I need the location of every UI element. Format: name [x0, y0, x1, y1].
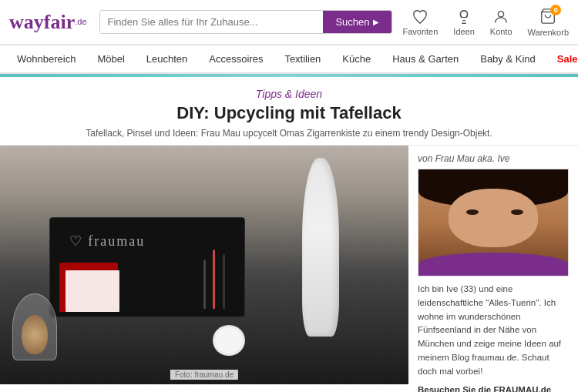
favorites-icon-item[interactable]: Favoriten — [402, 8, 438, 36]
search-bar: Suchen ▶ — [99, 10, 392, 34]
search-button[interactable]: Suchen ▶ — [323, 11, 391, 33]
toolbox-decoration: ♡ fraumau — [49, 217, 245, 317]
nav-item-kueche[interactable]: Küche — [331, 45, 381, 72]
search-input[interactable] — [100, 11, 324, 33]
cart-icon-item[interactable]: 0 Warenkorb — [528, 8, 569, 37]
nav-item-moebel[interactable]: Möbel — [86, 45, 135, 72]
article-subtitle: Tafellack, Pinsel und Ideen: Frau Mau up… — [15, 128, 563, 139]
article-header: Tipps & Ideen DIY: Upcycling mit Tafella… — [0, 77, 578, 146]
favorites-label: Favoriten — [402, 27, 438, 36]
author-photo — [418, 169, 569, 276]
svg-point-1 — [499, 11, 504, 16]
main-nav: Wohnbereich Möbel Leuchten Accessoires T… — [0, 45, 578, 74]
article-image-wrap: ♡ fraumau Foto: fraumau.de — [0, 146, 408, 384]
lightbulb-icon — [455, 8, 472, 25]
cart-count-badge: 0 — [550, 5, 561, 15]
ideas-icon-item[interactable]: Ideen — [453, 8, 475, 36]
nav-item-textilien[interactable]: Textilien — [274, 45, 331, 72]
search-arrow-icon: ▶ — [373, 18, 379, 26]
article-image: ♡ fraumau — [0, 146, 408, 384]
article-title: DIY: Upcycling mit Tafellack — [15, 103, 563, 123]
nav-item-haus-garten[interactable]: Haus & Garten — [381, 45, 469, 72]
white-item — [66, 270, 120, 312]
pen1 — [223, 254, 225, 309]
account-icon-item[interactable]: Konto — [490, 8, 512, 36]
logo[interactable]: wayfair.de — [9, 11, 87, 34]
author-label: von Frau Mau aka. Ive — [418, 153, 569, 164]
author-website-link[interactable]: Besuchen Sie die FRAUMAU.de Webseite » — [418, 385, 569, 392]
nav-item-baby-kind[interactable]: Baby & Kind — [469, 45, 546, 72]
pen2 — [213, 250, 215, 309]
vase-decoration — [302, 158, 339, 337]
nav-item-sale[interactable]: Sale — [546, 45, 578, 72]
user-icon — [492, 8, 509, 25]
heart-icon — [412, 8, 428, 25]
main-area: ♡ fraumau Foto: fraumau.de — [0, 146, 408, 392]
konto-label: Konto — [490, 27, 512, 36]
author-bio: Ich bin Ive (33) und eine leidenschaftli… — [418, 283, 569, 379]
nav-item-accessoires[interactable]: Accessoires — [198, 45, 274, 72]
chalk-text: ♡ fraumau — [69, 233, 145, 250]
warenkorb-label: Warenkorb — [528, 28, 569, 37]
content-wrapper: ♡ fraumau Foto: fraumau.de — [0, 146, 578, 392]
nav-item-leuchten[interactable]: Leuchten — [136, 45, 199, 72]
sidebar: von Frau Mau aka. Ive Ich — [408, 146, 578, 392]
nav-wrapper: Wohnbereich Möbel Leuchten Accessoires T… — [0, 45, 578, 74]
header: wayfair.de Suchen ▶ Favoriten Ideen Kont… — [0, 0, 578, 45]
nav-item-wohnbereich[interactable]: Wohnbereich — [6, 45, 86, 72]
bear-decoration — [22, 315, 48, 354]
pen3 — [203, 260, 206, 309]
pumpkin-decoration — [213, 325, 245, 356]
ideas-label: Ideen — [453, 27, 475, 36]
dome-decoration — [12, 293, 57, 360]
header-icons: Favoriten Ideen Konto 0 Warenkorb — [402, 8, 569, 37]
photo-caption: Foto: fraumau.de — [170, 370, 238, 380]
author-section: von Frau Mau aka. Ive Ich — [418, 153, 569, 392]
article-category: Tipps & Ideen — [15, 88, 563, 100]
